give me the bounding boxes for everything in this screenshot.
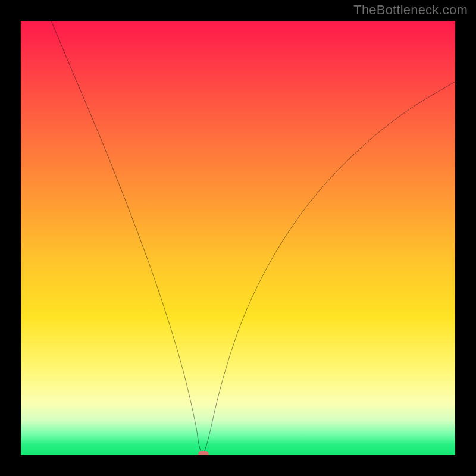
bottleneck-curve xyxy=(21,21,455,455)
chart-frame: TheBottleneck.com xyxy=(0,0,476,476)
plot-area xyxy=(21,21,455,455)
watermark-text: TheBottleneck.com xyxy=(353,2,468,18)
min-point-marker xyxy=(198,451,209,455)
